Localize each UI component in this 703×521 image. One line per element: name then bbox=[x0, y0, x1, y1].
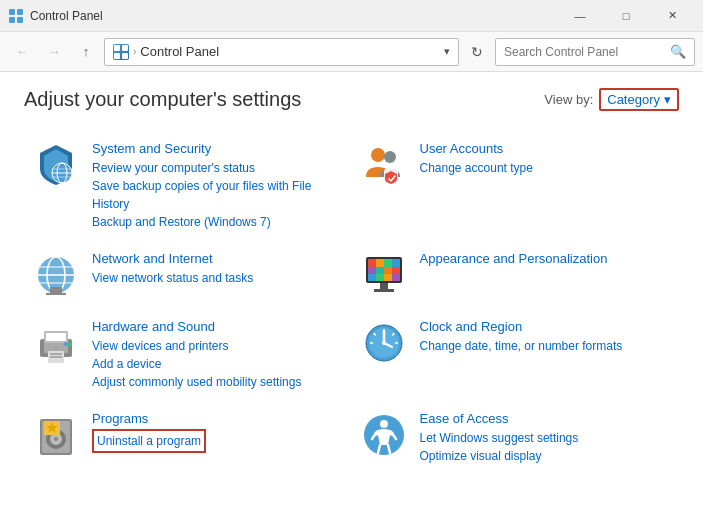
close-button[interactable]: ✕ bbox=[649, 0, 695, 32]
svg-rect-37 bbox=[380, 283, 388, 289]
category-item-appearance: Appearance and Personalization bbox=[352, 241, 680, 309]
user-accounts-title[interactable]: User Accounts bbox=[420, 141, 672, 156]
network-internet-icon bbox=[32, 251, 80, 299]
svg-rect-34 bbox=[376, 274, 384, 281]
svg-rect-1 bbox=[17, 9, 23, 15]
ease-of-access-title[interactable]: Ease of Access bbox=[420, 411, 672, 426]
category-item-clock-region: Clock and Region Change date, time, or n… bbox=[352, 309, 680, 401]
system-security-link-2[interactable]: Save backup copies of your files with Fi… bbox=[92, 177, 344, 213]
svg-rect-21 bbox=[50, 287, 62, 293]
svg-rect-35 bbox=[384, 274, 392, 281]
svg-rect-32 bbox=[392, 267, 400, 274]
breadcrumb-text: Control Panel bbox=[140, 44, 219, 59]
system-security-title[interactable]: System and Security bbox=[92, 141, 344, 156]
hardware-sound-link-3[interactable]: Adjust commonly used mobility settings bbox=[92, 373, 344, 391]
user-accounts-icon bbox=[360, 141, 408, 189]
ease-of-access-link-1[interactable]: Let Windows suggest settings bbox=[420, 429, 672, 447]
search-icon[interactable]: 🔍 bbox=[670, 44, 686, 59]
forward-button[interactable]: → bbox=[40, 38, 68, 66]
address-dropdown-arrow[interactable]: ▾ bbox=[444, 45, 450, 58]
appearance-icon bbox=[360, 251, 408, 299]
svg-rect-26 bbox=[376, 259, 384, 267]
svg-rect-42 bbox=[46, 333, 66, 341]
category-item-hardware-sound: Hardware and Sound View devices and prin… bbox=[24, 309, 352, 401]
system-security-link-3[interactable]: Backup and Restore (Windows 7) bbox=[92, 213, 344, 231]
address-box[interactable]: › Control Panel ▾ bbox=[104, 38, 459, 66]
appearance-content: Appearance and Personalization bbox=[420, 251, 672, 269]
titlebar: Control Panel — □ ✕ bbox=[0, 0, 703, 32]
svg-rect-3 bbox=[17, 17, 23, 23]
address-icon bbox=[113, 44, 129, 60]
search-input[interactable] bbox=[504, 45, 670, 59]
svg-rect-4 bbox=[114, 45, 120, 51]
hardware-sound-link-1[interactable]: View devices and printers bbox=[92, 337, 344, 355]
hardware-sound-content: Hardware and Sound View devices and prin… bbox=[92, 319, 344, 391]
viewby-label: View by: bbox=[544, 92, 593, 107]
category-item-ease-of-access: Ease of Access Let Windows suggest setti… bbox=[352, 401, 680, 475]
svg-rect-2 bbox=[9, 17, 15, 23]
network-internet-title[interactable]: Network and Internet bbox=[92, 251, 344, 266]
svg-rect-27 bbox=[384, 259, 392, 267]
svg-rect-28 bbox=[392, 259, 400, 267]
svg-rect-7 bbox=[122, 53, 128, 59]
svg-point-13 bbox=[371, 148, 385, 162]
main-content: Adjust your computer's settings View by:… bbox=[0, 72, 703, 521]
svg-point-46 bbox=[64, 342, 68, 346]
programs-icon bbox=[32, 411, 80, 459]
svg-point-47 bbox=[68, 342, 72, 346]
breadcrumb: › Control Panel bbox=[113, 44, 219, 60]
ease-of-access-link-2[interactable]: Optimize visual display bbox=[420, 447, 672, 465]
viewby-control: View by: Category ▾ bbox=[544, 88, 679, 111]
category-item-network-internet: Network and Internet View network status… bbox=[24, 241, 352, 309]
user-accounts-content: User Accounts Change account type bbox=[420, 141, 672, 177]
svg-rect-31 bbox=[384, 267, 392, 274]
user-accounts-link-1[interactable]: Change account type bbox=[420, 159, 672, 177]
svg-rect-6 bbox=[114, 53, 120, 59]
system-security-icon bbox=[32, 141, 80, 189]
category-item-programs: Programs Uninstall a program bbox=[24, 401, 352, 475]
network-internet-link-1[interactable]: View network status and tasks bbox=[92, 269, 344, 287]
ease-of-access-content: Ease of Access Let Windows suggest setti… bbox=[420, 411, 672, 465]
system-security-link-1[interactable]: Review your computer's status bbox=[92, 159, 344, 177]
svg-rect-29 bbox=[368, 267, 376, 274]
network-internet-content: Network and Internet View network status… bbox=[92, 251, 344, 287]
system-security-content: System and Security Review your computer… bbox=[92, 141, 344, 231]
svg-rect-30 bbox=[376, 267, 384, 274]
category-item-system-security: System and Security Review your computer… bbox=[24, 131, 352, 241]
minimize-button[interactable]: — bbox=[557, 0, 603, 32]
hardware-sound-link-2[interactable]: Add a device bbox=[92, 355, 344, 373]
hardware-sound-title[interactable]: Hardware and Sound bbox=[92, 319, 344, 334]
refresh-button[interactable]: ↻ bbox=[463, 38, 491, 66]
clock-region-title[interactable]: Clock and Region bbox=[420, 319, 672, 334]
category-dropdown-arrow: ▾ bbox=[664, 92, 671, 107]
ease-of-access-icon bbox=[360, 411, 408, 459]
category-label: Category bbox=[607, 92, 660, 107]
category-dropdown[interactable]: Category ▾ bbox=[599, 88, 679, 111]
svg-point-62 bbox=[54, 437, 58, 441]
svg-rect-22 bbox=[46, 293, 66, 295]
page-header: Adjust your computer's settings View by:… bbox=[24, 88, 679, 111]
maximize-button[interactable]: □ bbox=[603, 0, 649, 32]
appearance-title[interactable]: Appearance and Personalization bbox=[420, 251, 672, 266]
clock-region-icon bbox=[360, 319, 408, 367]
svg-rect-36 bbox=[392, 274, 400, 281]
category-item-user-accounts: User Accounts Change account type bbox=[352, 131, 680, 241]
up-button[interactable]: ↑ bbox=[72, 38, 100, 66]
clock-region-link-1[interactable]: Change date, time, or number formats bbox=[420, 337, 672, 355]
svg-rect-25 bbox=[368, 259, 376, 267]
svg-point-66 bbox=[380, 420, 388, 428]
svg-point-52 bbox=[382, 341, 386, 345]
programs-link-1[interactable]: Uninstall a program bbox=[92, 429, 206, 453]
svg-rect-5 bbox=[122, 45, 128, 51]
window-controls: — □ ✕ bbox=[557, 0, 695, 32]
addressbar: ← → ↑ › Control Panel ▾ ↻ 🔍 bbox=[0, 32, 703, 72]
svg-rect-38 bbox=[374, 289, 394, 292]
hardware-sound-icon bbox=[32, 319, 80, 367]
clock-region-content: Clock and Region Change date, time, or n… bbox=[420, 319, 672, 355]
svg-rect-33 bbox=[368, 274, 376, 281]
svg-point-14 bbox=[384, 151, 396, 163]
search-box[interactable]: 🔍 bbox=[495, 38, 695, 66]
programs-title[interactable]: Programs bbox=[92, 411, 344, 426]
back-button[interactable]: ← bbox=[8, 38, 36, 66]
svg-rect-44 bbox=[50, 353, 62, 355]
